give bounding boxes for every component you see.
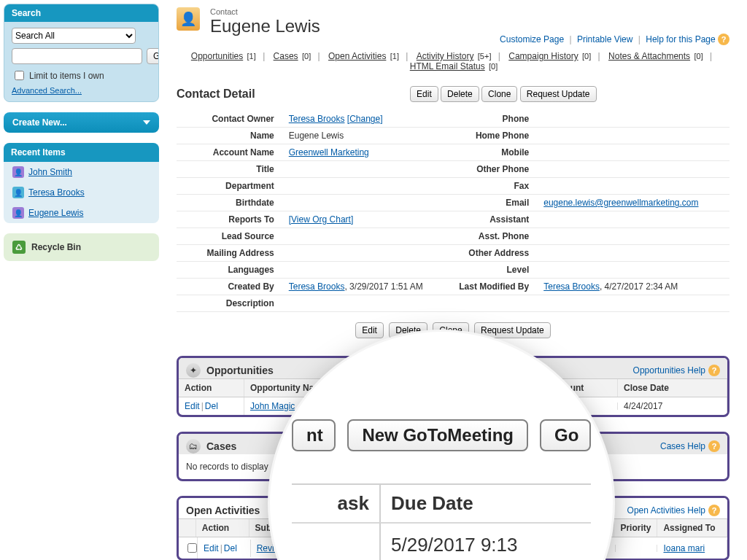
- help-page-link[interactable]: Help for this Page: [646, 34, 715, 44]
- nav-open-activities[interactable]: Open Activities: [328, 51, 386, 61]
- help-icon: ?: [708, 440, 720, 452]
- section-title: Contact Detail: [177, 88, 255, 101]
- help-icon: ?: [708, 505, 720, 516]
- request-update-button[interactable]: Request Update: [474, 322, 551, 338]
- limit-checkbox[interactable]: [15, 71, 24, 80]
- contact-icon: 👤: [177, 7, 200, 31]
- change-owner-link[interactable]: [Change]: [347, 114, 383, 124]
- recent-items-panel: Recent Items 👤 John Smith 👤 Teresa Brook…: [4, 143, 159, 223]
- recycle-icon: ♺: [12, 241, 26, 254]
- nav-cases[interactable]: Cases: [274, 51, 298, 61]
- recycle-bin-link[interactable]: ♺ Recycle Bin: [4, 233, 159, 261]
- opportunities-help-link[interactable]: Opportunities Help ?: [633, 365, 720, 376]
- view-org-chart-link[interactable]: [View Org Chart]: [289, 214, 353, 225]
- customize-page-link[interactable]: Customize Page: [500, 34, 564, 44]
- open-activities-help-link[interactable]: Open Activities Help ?: [627, 505, 720, 516]
- user-icon: 👤: [12, 187, 24, 198]
- new-task-button[interactable]: New Task: [418, 502, 469, 518]
- search-input[interactable]: [12, 48, 142, 64]
- main-content: 👤 Contact Eugene Lewis Customize Page | …: [159, 0, 747, 560]
- limit-label: Limit to items I own: [29, 71, 104, 81]
- help-icon: ?: [708, 365, 720, 376]
- help-icon[interactable]: ?: [718, 34, 729, 45]
- edit-link[interactable]: Edit: [204, 543, 219, 553]
- contact-icon: 👤: [12, 166, 24, 178]
- advanced-search-link[interactable]: Advanced Search...: [12, 86, 82, 95]
- page-title: Eugene Lewis: [210, 16, 320, 36]
- recent-item-link[interactable]: Eugene Lewis: [28, 208, 83, 218]
- new-case-button[interactable]: New Case: [422, 438, 475, 454]
- printable-view-link[interactable]: Printable View: [577, 34, 633, 44]
- request-update-button[interactable]: Request Update: [520, 86, 597, 102]
- nav-notes-attachments[interactable]: Notes & Attachments: [608, 51, 690, 61]
- created-by-link[interactable]: Teresa Brooks: [289, 281, 345, 292]
- cases-help-link[interactable]: Cases Help ?: [660, 440, 720, 452]
- detail-table: Contact Owner Teresa Brooks [Change] Pho…: [177, 111, 729, 312]
- create-new-button[interactable]: Create New...: [4, 112, 159, 133]
- row-checkbox[interactable]: [187, 543, 197, 553]
- search-panel: Search Search All Go! Limit to items I o…: [4, 4, 159, 102]
- case-icon: 🗂: [186, 439, 201, 454]
- subject-link[interactable]: Review the proposal: [257, 543, 336, 553]
- object-type-label: Contact: [210, 7, 320, 16]
- recent-items-title: Recent Items: [4, 143, 159, 162]
- empty-message: No records to display: [179, 454, 727, 479]
- recent-item-link[interactable]: Teresa Brooks: [28, 187, 85, 198]
- del-link[interactable]: Del: [224, 543, 237, 553]
- go-button[interactable]: Go!: [147, 48, 159, 64]
- modified-by-link[interactable]: Teresa Brooks: [543, 281, 600, 292]
- nav-activity-history[interactable]: Activity History: [417, 51, 474, 61]
- search-scope-select[interactable]: Search All: [12, 28, 136, 44]
- account-link[interactable]: Greenwell Marketing: [289, 147, 369, 158]
- clone-button[interactable]: Clone: [433, 322, 468, 338]
- edit-link[interactable]: Edit: [185, 401, 200, 411]
- opportunity-link[interactable]: John Magic: [250, 401, 295, 411]
- opportunities-section: ✦ Opportunities New Opportunity Opportun…: [177, 356, 729, 417]
- nav-opportunities[interactable]: Opportunities: [191, 51, 243, 61]
- del-link[interactable]: Del: [205, 401, 218, 411]
- email-link[interactable]: eugene.lewis@greenwellmarketing.com: [543, 198, 698, 208]
- delete-button[interactable]: Delete: [389, 322, 427, 338]
- owner-link[interactable]: Teresa Brooks: [289, 114, 345, 124]
- edit-button[interactable]: Edit: [355, 322, 384, 338]
- help-links: Customize Page | Printable View | Help f…: [500, 34, 729, 45]
- delete-button[interactable]: Delete: [441, 86, 479, 102]
- search-title: Search: [4, 4, 158, 22]
- opportunity-icon: ✦: [186, 363, 201, 378]
- assigned-to-link[interactable]: Ioana mari: [663, 543, 705, 553]
- chevron-down-icon: [143, 120, 150, 125]
- contact-icon: 👤: [12, 207, 24, 219]
- edit-button[interactable]: Edit: [410, 86, 438, 102]
- clone-button[interactable]: Clone: [481, 86, 517, 102]
- related-list-nav: Opportunities [1] | Cases [0] | Open Act…: [177, 51, 729, 71]
- nav-campaign-history[interactable]: Campaign History: [508, 51, 578, 61]
- open-activities-section: Open Activities New Task Open Activities…: [177, 496, 729, 560]
- table-row: Edit|Del John Magic 4/24/2017: [179, 397, 727, 415]
- table-row: Edit|Del Review the proposal Ioana mari: [179, 537, 727, 559]
- sidebar: Search Search All Go! Limit to items I o…: [0, 0, 159, 560]
- new-opportunity-button[interactable]: New Opportunity: [414, 362, 492, 378]
- nav-html-email-status[interactable]: HTML Email Status: [410, 61, 485, 71]
- cases-section: 🗂 Cases New Case Cases Help ? No records…: [177, 432, 729, 481]
- recent-item-link[interactable]: John Smith: [28, 167, 72, 177]
